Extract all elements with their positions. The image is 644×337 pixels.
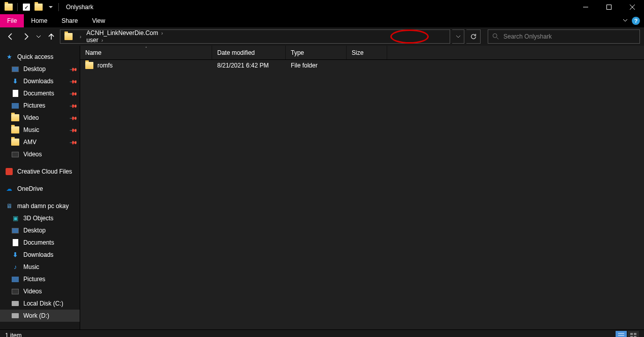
table-row[interactable]: romfs8/21/2021 6:42 PMFile folder (80, 60, 644, 71)
folder-icon (11, 126, 19, 134)
sidebar-label: OneDrive (17, 185, 43, 192)
new-folder-button[interactable] (33, 2, 44, 13)
sidebar-label: Quick access (17, 53, 53, 60)
maximize-button[interactable] (597, 0, 621, 14)
address-history[interactable] (452, 29, 464, 44)
sidebar-item[interactable]: Music📌 (0, 124, 80, 136)
folder-icon (11, 138, 19, 146)
sidebar-item[interactable]: Video📌 (0, 112, 80, 124)
videos-icon (11, 287, 19, 295)
nav-bar: › mah damn pc okay›Work (D:)›GAMES›ACNH_… (0, 27, 644, 46)
sidebar-item[interactable]: Desktop📌 (0, 63, 80, 75)
window-title: Onlyshark (66, 4, 93, 11)
sidebar-onedrive[interactable]: ☁ OneDrive (0, 183, 80, 195)
sidebar-item[interactable]: ♪Music (0, 261, 80, 273)
sidebar-item[interactable]: AMV📌 (0, 136, 80, 148)
minimize-button[interactable] (574, 0, 597, 14)
sidebar-item[interactable]: Work (D:) (0, 310, 80, 322)
sidebar-label: mah damn pc okay (17, 203, 69, 210)
col-size[interactable]: Size (347, 46, 387, 59)
recent-locations[interactable] (35, 29, 43, 44)
sidebar-label: Creative Cloud Files (17, 168, 72, 175)
search-box[interactable] (488, 29, 640, 44)
column-headers: Name ˄ Date modified Type Size (80, 46, 644, 60)
pin-icon: 📌 (70, 65, 78, 73)
tab-file[interactable]: File (0, 14, 24, 27)
address-folder-icon (64, 33, 73, 40)
address-bar[interactable]: › mah damn pc okay›Work (D:)›GAMES›ACNH_… (60, 29, 450, 44)
folder-icon[interactable] (3, 2, 14, 13)
svg-line-5 (497, 38, 499, 40)
title-bar: ✓ Onlyshark (0, 0, 644, 14)
sidebar-item[interactable]: ▣3D Objects (0, 212, 80, 224)
sidebar-item-label: Pictures (23, 276, 45, 283)
tab-share[interactable]: Share (54, 14, 85, 27)
desktop-icon (11, 226, 19, 234)
drive-icon (11, 312, 19, 320)
col-name[interactable]: Name ˄ (80, 46, 212, 59)
sidebar-item[interactable]: Documents📌 (0, 87, 80, 99)
close-button[interactable] (621, 0, 644, 14)
downloads-icon: ⬇ (11, 251, 19, 259)
breadcrumb[interactable]: user› (83, 37, 166, 44)
sidebar-item-label: Desktop (23, 65, 46, 73)
breadcrumb[interactable]: ACNH_LinkNeverDie.Com› (83, 29, 166, 37)
back-button[interactable] (4, 29, 17, 44)
sidebar-item[interactable]: ⬇Downloads (0, 249, 80, 261)
sidebar-item-label: Video (23, 114, 39, 121)
sidebar-this-pc[interactable]: 🖥 mah damn pc okay (0, 200, 80, 212)
col-date[interactable]: Date modified (212, 46, 286, 59)
ribbon: File Home Share View ? (0, 14, 644, 27)
pin-icon: 📌 (70, 126, 78, 134)
tab-home[interactable]: Home (24, 14, 54, 27)
sidebar-item-label: Documents (23, 90, 54, 97)
videos-icon (11, 150, 19, 158)
3d-objects-icon: ▣ (11, 214, 19, 222)
rows[interactable]: romfs8/21/2021 6:42 PMFile folder (80, 60, 644, 329)
nav-pane: ★ Quick access Desktop📌⬇Downloads📌Docume… (0, 46, 80, 329)
pin-icon: 📌 (70, 102, 78, 110)
file-name: romfs (97, 62, 113, 69)
cell-date: 8/21/2021 6:42 PM (212, 62, 286, 69)
sidebar-item[interactable]: Pictures (0, 273, 80, 285)
sidebar-item-label: Downloads (23, 78, 53, 85)
sidebar-item[interactable]: Local Disk (C:) (0, 297, 80, 310)
details-view-button[interactable] (616, 331, 627, 338)
help-button[interactable]: ? (632, 17, 640, 25)
sidebar-quick-access[interactable]: ★ Quick access (0, 51, 80, 63)
ribbon-expand[interactable] (623, 17, 628, 24)
sidebar-creative-cloud[interactable]: Creative Cloud Files (0, 165, 80, 178)
music-icon: ♪ (11, 263, 19, 271)
star-icon: ★ (5, 53, 13, 61)
sidebar-item-label: Videos (23, 151, 42, 158)
thumbnails-view-button[interactable] (628, 331, 639, 338)
folder-icon (11, 114, 19, 122)
up-button[interactable] (45, 29, 58, 44)
sidebar-item-label: Videos (23, 288, 42, 295)
creative-cloud-icon (6, 168, 13, 175)
folder-icon (85, 62, 93, 69)
sidebar-item[interactable]: Videos (0, 285, 80, 297)
quick-access-toolbar: ✓ (3, 2, 56, 13)
qat-customize[interactable] (45, 2, 56, 13)
sidebar-item[interactable]: Pictures📌 (0, 99, 80, 112)
sidebar-item-label: Local Disk (C:) (23, 300, 63, 307)
crumb-root-sep[interactable]: › (76, 30, 82, 43)
sort-indicator: ˄ (145, 46, 147, 51)
documents-icon (11, 239, 19, 247)
sidebar-item[interactable]: Videos (0, 148, 80, 160)
col-type[interactable]: Type (286, 46, 347, 59)
properties-button[interactable]: ✓ (21, 2, 32, 13)
sidebar-item[interactable]: ⬇Downloads📌 (0, 75, 80, 87)
tab-view[interactable]: View (85, 14, 112, 27)
sidebar-item[interactable]: Desktop (0, 224, 80, 237)
sidebar-item[interactable]: Documents (0, 237, 80, 249)
pin-icon: 📌 (70, 77, 78, 85)
svg-rect-10 (634, 333, 636, 335)
sidebar-item-label: AMV (23, 139, 37, 146)
refresh-button[interactable] (466, 29, 481, 44)
pin-icon: 📌 (70, 89, 78, 97)
forward-button[interactable] (19, 29, 32, 44)
pin-icon: 📌 (70, 138, 78, 146)
search-input[interactable] (503, 33, 635, 40)
